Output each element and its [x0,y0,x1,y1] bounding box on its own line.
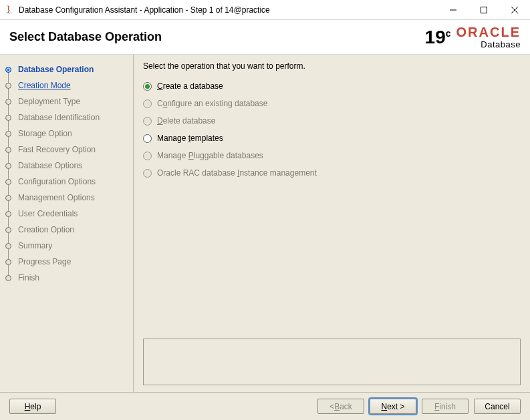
radio-label: Manage Pluggable databases [157,151,263,160]
radio-icon [143,99,152,108]
footer: Help < Back Next > Finish Cancel [0,392,530,420]
operation-options: Create a databaseConfigure an existing d… [143,81,521,178]
operation-radio-row[interactable]: Manage templates [143,134,521,143]
operation-radio-row: Configure an existing database [143,99,521,108]
main-panel: Select the operation that you want to pe… [134,55,530,392]
brand-name: ORACLE [456,25,521,39]
step-label: Fast Recovery Option [18,145,96,154]
cancel-button[interactable]: Cancel [474,399,521,414]
content: Database OperationCreation ModeDeploymen… [0,55,530,392]
message-area [143,339,521,385]
svg-rect-1 [481,7,487,13]
titlebar: Database Configuration Assistant - Appli… [0,0,530,20]
sidebar-step: Summary [0,238,133,254]
radio-label: Manage templates [157,134,223,143]
sidebar: Database OperationCreation ModeDeploymen… [0,55,134,392]
sidebar-step: Finish [0,270,133,286]
step-label: Progress Page [18,257,71,266]
sidebar-step: Database Operation [0,61,133,77]
sidebar-step: Storage Option [0,126,133,142]
step-label: Summary [18,241,52,250]
header: Select Database Operation 19c ORACLE Dat… [0,20,530,55]
sidebar-step: Fast Recovery Option [0,142,133,158]
sidebar-step: Management Options [0,190,133,206]
sidebar-step: Configuration Options [0,174,133,190]
radio-label: Delete database [157,116,215,126]
step-dot-icon [5,99,11,105]
radio-label: Create a database [157,81,223,91]
operation-radio-row: Delete database [143,116,521,126]
step-dot-icon [5,275,11,281]
sidebar-step: User Credentials [0,206,133,222]
step-dot-icon [5,115,11,121]
sidebar-step: Deployment Type [0,93,133,110]
step-dot-icon [5,67,11,73]
sidebar-step: Progress Page [0,254,133,270]
step-dot-icon [5,259,11,265]
operation-radio-row: Manage Pluggable databases [143,151,521,160]
brand-version-sup: c [446,29,451,38]
step-label: Configuration Options [18,177,96,186]
finish-button: Finish [422,399,469,414]
instruction-text: Select the operation that you want to pe… [143,61,521,71]
radio-label: Configure an existing database [157,99,267,108]
maximize-button[interactable] [469,0,499,19]
radio-icon [143,169,152,178]
next-button[interactable]: Next > [370,399,416,414]
sidebar-step: Database Options [0,158,133,174]
step-label: User Credentials [18,209,78,218]
step-label: Creation Option [18,225,74,234]
step-label: Database Operation [18,65,94,74]
radio-icon[interactable] [143,82,152,91]
brand-sub: Database [481,40,521,49]
step-dot-icon [5,227,11,233]
step-dot-icon [5,163,11,169]
page-title: Select Database Operation [9,30,162,44]
sidebar-step: Database Identification [0,110,133,126]
step-dot-icon [5,131,11,137]
step-label: Deployment Type [18,97,80,106]
java-icon [4,5,15,15]
step-dot-icon [5,179,11,185]
step-label: Storage Option [18,129,72,138]
window-title: Database Configuration Assistant - Appli… [19,5,438,15]
step-label: Finish [18,273,39,282]
operation-radio-row[interactable]: Create a database [143,81,521,91]
step-label: Database Identification [18,113,100,122]
window-controls [438,0,530,19]
back-button: < Back [317,399,364,414]
close-button[interactable] [499,0,530,19]
radio-icon [143,152,152,160]
help-button[interactable]: Help [9,399,56,414]
radio-label: Oracle RAC database Instance management [157,168,317,178]
brand-logo: 19c ORACLE Database [425,25,521,49]
radio-icon [143,117,152,126]
brand-version: 19 [425,28,446,47]
step-dot-icon [5,83,11,89]
step-dot-icon [5,211,11,217]
step-label: Database Options [18,161,82,170]
radio-icon[interactable] [143,134,152,143]
operation-radio-row: Oracle RAC database Instance management [143,168,521,178]
sidebar-step: Creation Option [0,222,133,238]
step-label: Management Options [18,193,95,202]
step-dot-icon [5,195,11,201]
minimize-button[interactable] [438,0,469,19]
sidebar-step[interactable]: Creation Mode [0,77,133,93]
step-label: Creation Mode [18,81,71,90]
step-dot-icon [5,147,11,153]
step-dot-icon [5,243,11,249]
